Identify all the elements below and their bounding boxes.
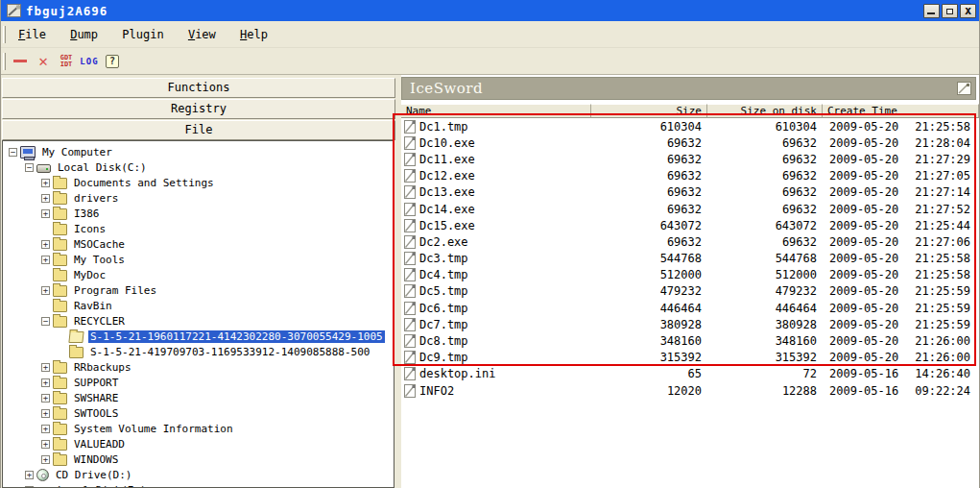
file-create-time: 2009-05-2021:25:58: [823, 252, 979, 265]
unload-button[interactable]: [10, 51, 31, 72]
tree-item[interactable]: Local Disk(E:): [3, 482, 394, 488]
expander-icon[interactable]: [41, 179, 50, 187]
file-panel-button[interactable]: File: [2, 120, 395, 140]
file-name: Dc8.tmp: [419, 334, 468, 348]
tree-item[interactable]: Documents and Settings: [3, 175, 394, 190]
file-row[interactable]: Dc8.tmp 348160 348160 2009-05-2021:26:00: [401, 332, 979, 349]
file-row[interactable]: Dc1.tmp 610304 610304 2009-05-2021:25:58: [401, 118, 979, 134]
tree-item[interactable]: VALUEADD: [3, 436, 394, 451]
file-name: Dc2.exe: [419, 235, 468, 249]
expander-icon[interactable]: [41, 209, 50, 218]
file-row[interactable]: Dc12.exe 69632 69632 2009-05-2021:27:05: [401, 168, 979, 184]
tree-item[interactable]: RECYCLER: [3, 313, 394, 329]
column-header-name[interactable]: Name: [401, 104, 591, 118]
file-row[interactable]: Dc15.exe 643072 643072 2009-05-2021:25:4…: [401, 217, 979, 233]
tree-item[interactable]: WINDOWS: [3, 451, 394, 467]
file-row[interactable]: Dc13.exe 69632 69632 2009-05-2021:27:14: [401, 184, 979, 201]
expander-icon[interactable]: [41, 440, 50, 449]
help-button[interactable]: ?: [102, 51, 123, 72]
menu-item[interactable]: File: [10, 25, 55, 44]
icesword-banner: IceSword: [401, 77, 976, 100]
expander-icon[interactable]: [41, 425, 50, 433]
menu-item[interactable]: Dump: [61, 25, 107, 44]
tree-item[interactable]: drivers: [3, 190, 394, 206]
tree-item[interactable]: SUPPORT: [3, 375, 394, 390]
minimize-button[interactable]: [923, 4, 940, 18]
log-button[interactable]: LOG: [79, 51, 100, 72]
tree-item[interactable]: System Volume Information: [3, 421, 394, 436]
tree-item[interactable]: SWTOOLS: [3, 405, 394, 421]
file-row[interactable]: Dc3.tmp 544768 544768 2009-05-2021:25:58: [401, 251, 979, 267]
tree-item[interactable]: Icons: [3, 221, 394, 236]
dash-icon: [13, 60, 27, 62]
file-row[interactable]: Dc14.exe 69632 69632 2009-05-2021:27:52: [401, 201, 979, 217]
file-icon: [404, 351, 416, 364]
expander-icon[interactable]: [41, 394, 50, 403]
delete-button[interactable]: ✕: [33, 51, 54, 72]
directory-tree[interactable]: My Computer Local Disk(C:) Documents and…: [2, 140, 394, 488]
tree-item[interactable]: Local Disk(C:): [3, 159, 394, 175]
tree-item[interactable]: S-1-5-21-419709703-1169533912-1409085888…: [3, 344, 394, 359]
file-name: Dc5.tmp: [419, 284, 468, 298]
tree-item[interactable]: S-1-5-21-1960117221-4142302280-307005542…: [3, 329, 394, 344]
file-row[interactable]: Dc5.tmp 479232 479232 2009-05-2021:25:59: [401, 283, 979, 300]
expander-icon[interactable]: [25, 471, 34, 479]
file-row[interactable]: Dc2.exe 69632 69632 2009-05-2021:27:06: [401, 233, 979, 250]
folder-icon: [53, 408, 67, 420]
file-row[interactable]: desktop.ini 65 72 2009-05-1614:26:40: [401, 366, 979, 382]
expander-icon[interactable]: [9, 148, 17, 157]
column-header-create-time[interactable]: Create Time: [823, 104, 979, 118]
file-row[interactable]: INFO2 12020 12288 2009-05-1609:22:24: [401, 382, 979, 399]
close-icon: x: [961, 5, 975, 17]
folder-icon: [53, 424, 67, 435]
tree-item[interactable]: MyDoc: [3, 267, 394, 282]
file-row[interactable]: Dc4.tmp 512000 512000 2009-05-2021:25:58: [401, 267, 979, 283]
expander-icon[interactable]: [41, 286, 50, 295]
tree-item[interactable]: My Tools: [3, 252, 394, 267]
file-icon: [404, 219, 416, 232]
file-icon: [404, 252, 416, 265]
expander-icon[interactable]: [41, 409, 50, 418]
expander-icon[interactable]: [41, 240, 50, 249]
column-header-size-on-disk[interactable]: Size on disk: [707, 104, 823, 118]
file-create-time: 2009-05-1614:26:40: [823, 367, 979, 380]
toolbar-gripper[interactable]: [3, 53, 6, 70]
tree-item[interactable]: My Computer: [3, 144, 394, 159]
expander-icon[interactable]: [41, 363, 50, 372]
title-bar[interactable]: fbguj2A696 x: [1, 0, 979, 21]
expander-icon[interactable]: [25, 163, 34, 172]
tree-item[interactable]: MSOCache: [3, 236, 394, 252]
file-row[interactable]: Dc6.tmp 446464 446464 2009-05-2021:25:59: [401, 300, 979, 316]
file-row[interactable]: Dc9.tmp 315392 315392 2009-05-2021:26:00: [401, 350, 979, 366]
close-button[interactable]: x: [960, 4, 976, 18]
menu-item[interactable]: View: [179, 25, 225, 44]
gdt-idt-button[interactable]: GDTIDT: [56, 51, 77, 72]
tree-item[interactable]: Program Files: [3, 282, 394, 298]
tree-item[interactable]: RavBin: [3, 298, 394, 313]
expander-icon[interactable]: [41, 256, 50, 264]
tree-item[interactable]: I386: [3, 206, 394, 221]
folder-icon: [53, 239, 67, 251]
file-icon: [404, 268, 416, 281]
banner-title: IceSword: [410, 80, 483, 97]
column-header-size[interactable]: Size: [591, 104, 707, 118]
menu-item[interactable]: Plugin: [113, 25, 172, 44]
expander-icon[interactable]: [41, 455, 50, 464]
restore-button[interactable]: [942, 4, 958, 18]
file-name: Dc9.tmp: [419, 351, 468, 364]
tree-item[interactable]: SWSHARE: [3, 390, 394, 405]
tree-item[interactable]: CD Drive(D:): [3, 467, 394, 482]
file-size: 12020: [591, 384, 707, 398]
file-row[interactable]: Dc11.exe 69632 69632 2009-05-2021:27:29: [401, 151, 979, 167]
file-list[interactable]: Dc1.tmp 610304 610304 2009-05-2021:25:58: [401, 118, 979, 488]
expander-icon[interactable]: [41, 378, 50, 387]
menu-item[interactable]: Help: [231, 25, 276, 44]
file-row[interactable]: Dc10.exe 69632 69632 2009-05-2021:28:04: [401, 134, 979, 151]
functions-panel-button[interactable]: Functions: [2, 78, 395, 98]
tree-item[interactable]: RRbackups: [3, 359, 394, 375]
file-row[interactable]: Dc7.tmp 380928 380928 2009-05-2021:25:59: [401, 316, 979, 332]
expander-icon[interactable]: [41, 194, 50, 203]
menubar-gripper[interactable]: [3, 26, 6, 43]
registry-panel-button[interactable]: Registry: [2, 99, 395, 119]
expander-icon[interactable]: [41, 317, 50, 326]
